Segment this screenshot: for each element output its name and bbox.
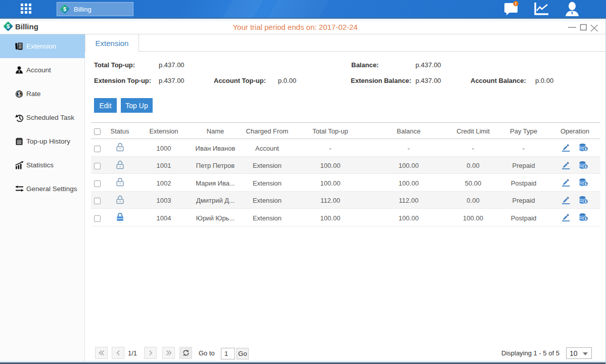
svg-text:!: ! (515, 1, 517, 6)
svg-text:$: $ (18, 91, 21, 97)
svg-text:$: $ (63, 6, 66, 12)
